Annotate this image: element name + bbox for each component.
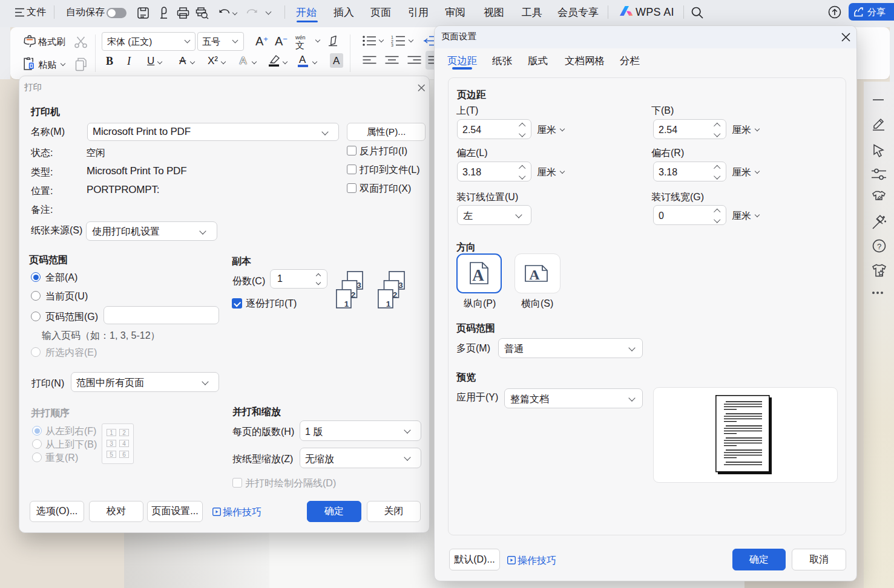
svg-text:1: 1 — [386, 299, 391, 309]
svg-text:1: 1 — [391, 35, 393, 39]
svg-text:2: 2 — [393, 290, 398, 299]
svg-text:3: 3 — [391, 43, 393, 47]
svg-text:A: A — [472, 266, 484, 284]
svg-text:1: 1 — [344, 299, 349, 309]
svg-text:3: 3 — [398, 281, 403, 290]
svg-text:2: 2 — [351, 290, 356, 299]
svg-text:?: ? — [877, 242, 881, 251]
svg-text:A: A — [529, 267, 540, 282]
svg-text:3: 3 — [357, 281, 361, 290]
